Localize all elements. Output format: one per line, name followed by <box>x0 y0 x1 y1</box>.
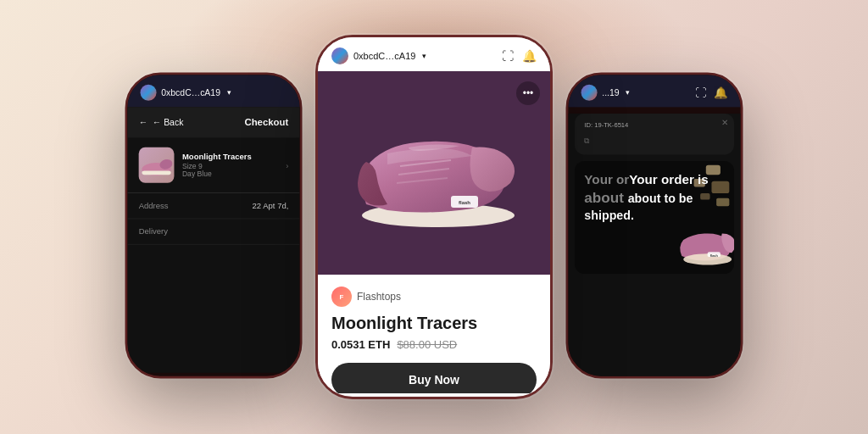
svg-text:flash: flash <box>710 254 719 258</box>
checkout-header: ← ← Back Checkout <box>127 107 299 137</box>
center-header-icons: ⛶ 🔔 <box>502 49 537 63</box>
cart-item-chevron-icon: › <box>286 161 288 170</box>
back-label: ← Back <box>153 118 184 127</box>
cart-shoe-icon <box>141 153 173 178</box>
right-wallet-address: ...19 <box>602 88 619 97</box>
cart-item-color: Day Blue <box>182 170 278 178</box>
left-wallet-avatar <box>141 85 157 101</box>
right-phone-content: ID: 19-TK-6514 ✕ ⧉ Your orYour order i <box>568 114 740 379</box>
center-phone-header: 0xbcdC…cA19 ▾ ⛶ 🔔 <box>318 37 550 71</box>
delivery-label: Delivery <box>139 227 168 236</box>
notification-id: ID: 19-TK-6514 <box>584 121 724 129</box>
back-arrow-icon: ← <box>139 118 147 127</box>
price-usd: $88.00 USD <box>397 338 457 351</box>
price-eth: 0.0531 ETH <box>331 338 390 351</box>
right-wallet-avatar <box>581 85 598 101</box>
order-shoe-svg: flash <box>674 222 734 266</box>
price-row: 0.0531 ETH $88.00 USD <box>331 338 537 351</box>
product-title: Moonlight Tracers <box>331 314 537 333</box>
right-expand-icon[interactable]: ⛶ <box>695 86 706 99</box>
left-chevron-down-icon: ▾ <box>227 89 231 97</box>
order-text-partial: Your or <box>584 172 629 186</box>
back-button[interactable]: ← ← Back <box>139 118 184 127</box>
more-icon: ••• <box>523 87 534 99</box>
order-text-line1: Your orYour order is <box>584 170 724 188</box>
product-shoe-image: flash <box>341 107 527 242</box>
notification-banner: ID: 19-TK-6514 ✕ ⧉ <box>575 114 734 154</box>
right-phone-header: ...19 ▾ ⛶ 🔔 <box>568 75 740 107</box>
cart-item-name: Moonlight Tracers <box>182 153 278 161</box>
center-wallet-address: 0xbcdC…cA19 <box>353 51 415 61</box>
right-bell-icon[interactable]: 🔔 <box>714 86 727 99</box>
checkout-title: Checkout <box>244 117 288 128</box>
svg-rect-2 <box>142 170 170 175</box>
left-wallet-address: 0xbcdC…cA19 <box>161 88 220 97</box>
expand-icon[interactable]: ⛶ <box>502 49 514 63</box>
phone-left: 0xbcdC…cA19 ▾ ← ← Back Checkout <box>125 73 303 379</box>
bell-icon[interactable]: 🔔 <box>522 49 537 63</box>
right-chevron-down-icon: ▾ <box>626 89 630 97</box>
product-card: ••• <box>318 71 550 275</box>
order-message-card: Your orYour order is about about to be s… <box>575 161 734 274</box>
center-phone-content: ••• <box>318 71 550 393</box>
product-menu-button[interactable]: ••• <box>516 81 540 105</box>
order-text-about: about <box>584 190 627 206</box>
cart-item-size: Size 9 <box>182 162 278 170</box>
left-wallet-info[interactable]: 0xbcdC…cA19 ▾ <box>141 85 231 101</box>
center-wallet-info[interactable]: 0xbcdC…cA19 ▾ <box>331 47 426 64</box>
cart-item-thumbnail <box>139 147 175 183</box>
svg-point-14 <box>683 253 732 264</box>
address-label: Address <box>139 202 169 210</box>
cart-item-info: Moonlight Tracers Size 9 Day Blue <box>182 153 278 178</box>
delivery-row: Delivery <box>127 219 299 244</box>
svg-text:flash: flash <box>459 200 470 205</box>
address-row: Address 22 Apt 7d, <box>127 193 299 219</box>
brand-row: F Flashtops <box>331 287 537 307</box>
left-phone-content: ← ← Back Checkout Moonlight Tracers Size… <box>127 107 299 373</box>
order-text-container: Your orYour order is about about to be s… <box>584 170 724 224</box>
order-shoe-graphic: flash <box>674 222 734 270</box>
phone-right: ...19 ▾ ⛶ 🔔 ID: 19-TK-6514 ✕ ⧉ <box>566 73 743 379</box>
address-value: 22 Apt 7d, <box>253 202 289 210</box>
center-wallet-avatar <box>331 47 348 64</box>
cart-item[interactable]: Moonlight Tracers Size 9 Day Blue › <box>127 137 299 193</box>
copy-icon: ⧉ <box>584 136 589 145</box>
brand-logo: F <box>331 287 352 307</box>
buy-now-button[interactable]: Buy Now <box>331 363 537 393</box>
phone-center: 0xbcdC…cA19 ▾ ⛶ 🔔 ••• <box>315 35 553 399</box>
right-wallet-info[interactable]: ...19 ▾ <box>581 85 630 101</box>
order-text-line2: about about to be shipped. <box>584 190 724 225</box>
notification-close-button[interactable]: ✕ <box>721 119 728 127</box>
center-chevron-down-icon: ▾ <box>422 52 426 60</box>
shoe-svg: flash <box>341 107 527 242</box>
brand-name: Flashtops <box>357 291 401 303</box>
product-info: F Flashtops Moonlight Tracers 0.0531 ETH… <box>318 275 550 393</box>
phones-container: 0xbcdC…cA19 ▾ ← ← Back Checkout <box>103 22 765 412</box>
right-header-icons: ⛶ 🔔 <box>695 86 728 99</box>
left-phone-header: 0xbcdC…cA19 ▾ <box>127 75 299 107</box>
